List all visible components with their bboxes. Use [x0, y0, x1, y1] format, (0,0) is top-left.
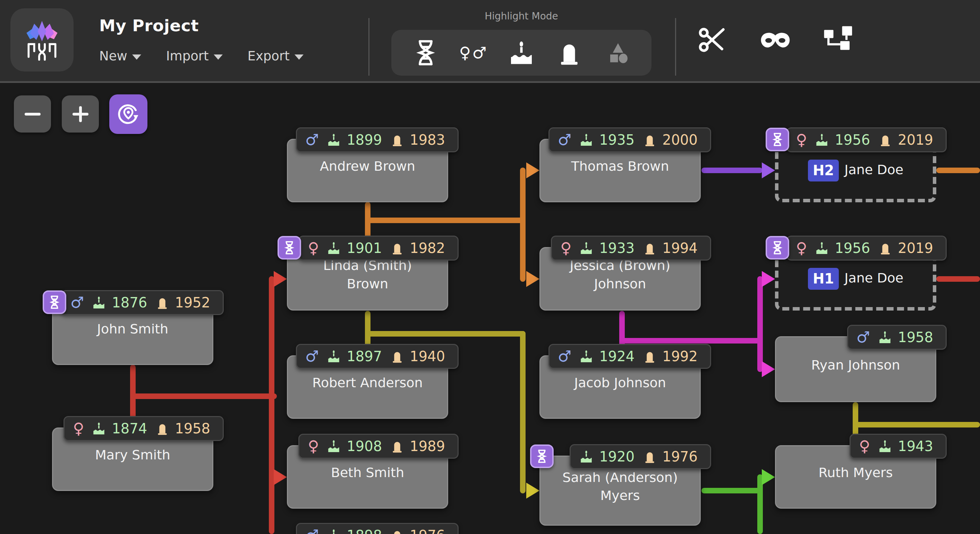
death-year: 1982 — [410, 240, 445, 256]
menu-new[interactable]: New — [99, 49, 141, 64]
birth-year: 1899 — [347, 132, 382, 148]
birthday-cake-icon — [326, 439, 341, 454]
person-dates-chip-beth: ♀19081989 — [298, 434, 458, 459]
cut-tool-button[interactable] — [697, 24, 729, 56]
menu-import[interactable]: Import — [166, 49, 223, 64]
project-title: My Project — [99, 16, 199, 35]
tombstone-icon — [643, 450, 657, 464]
connector-segment-thomas-janeh2 — [702, 167, 762, 173]
minus-icon — [25, 113, 41, 116]
person-name: Andrew Brown — [320, 157, 415, 175]
person-dates-chip-mary: ♀18741958 — [64, 416, 224, 441]
zoom-out-button[interactable] — [14, 96, 51, 132]
person-name: Thomas Brown — [571, 157, 669, 175]
zoom-in-button[interactable] — [62, 96, 99, 132]
death-year: 1958 — [175, 421, 210, 437]
birthday-cake-icon — [878, 439, 892, 454]
person-dates-chip-robert: ♂18971940 — [296, 344, 458, 369]
dna-icon — [770, 240, 785, 256]
person-dates-chip-jessica: ♀19331994 — [551, 236, 711, 261]
dna-icon — [770, 132, 785, 147]
death-year: 1989 — [410, 438, 445, 454]
male-icon: ♂ — [70, 295, 84, 310]
person-name: John Smith — [97, 320, 168, 338]
family-tree-canvas[interactable]: Andrew Brown♂18991983Thomas Brown♂193520… — [0, 83, 980, 534]
tombstone-icon — [390, 439, 404, 453]
dna-icon — [534, 448, 550, 464]
person-dates-chip-sarah: 19201976 — [570, 444, 711, 469]
dna-icon — [410, 37, 441, 68]
birthday-cake-icon — [92, 421, 106, 436]
female-icon: ♀ — [308, 438, 319, 454]
person-name: H2Jane Doe — [808, 159, 903, 182]
person-name: Linda (Smith) Brown — [307, 257, 428, 293]
scissors-icon — [697, 24, 729, 56]
male-icon: ♂ — [305, 349, 319, 364]
death-year: 1940 — [410, 348, 445, 364]
privacy-mask-button[interactable] — [760, 24, 791, 56]
chevron-down-icon — [132, 54, 141, 60]
tombstone-icon — [156, 296, 169, 309]
person-dates-chip-ryan: ♂1958 — [847, 325, 947, 350]
dna-badge-linda — [277, 236, 301, 260]
highlight-mode-bar: ♀♂ — [391, 30, 651, 76]
birthday-cake-icon — [326, 349, 341, 363]
tombstone-icon — [390, 528, 404, 534]
birth-year: 1943 — [898, 438, 933, 454]
highlight-shapes-button[interactable] — [598, 33, 636, 72]
birth-year: 1956 — [835, 132, 870, 148]
birth-year: 1876 — [112, 295, 147, 311]
mask-icon — [760, 27, 791, 53]
tombstone-icon — [643, 133, 657, 147]
highlight-mode-label: Highlight Mode — [391, 10, 651, 22]
highlight-birthday-button[interactable] — [502, 33, 541, 72]
connector-arrow-brown-family — [526, 163, 539, 179]
death-year: 2019 — [898, 240, 933, 256]
person-dates-chip-jane-h2: ♀19562019 — [786, 128, 947, 152]
female-icon: ♀ — [308, 241, 319, 256]
tombstone-icon — [390, 241, 404, 255]
chevron-down-icon — [214, 54, 223, 60]
male-icon: ♂ — [305, 132, 319, 147]
menu-export-label: Export — [248, 49, 290, 64]
highlight-gender-button[interactable]: ♀♂ — [455, 33, 493, 72]
birthday-cake-icon — [508, 39, 535, 67]
dna-badge-jane-h2 — [765, 128, 789, 151]
menu-export[interactable]: Export — [248, 49, 304, 64]
hypothesis-badge: H2 — [808, 159, 839, 182]
female-icon: ♀ — [859, 438, 870, 454]
birthday-cake-icon — [326, 241, 341, 255]
birthday-cake-icon — [815, 241, 829, 255]
connector-arrow-thomas-janeh2 — [762, 163, 775, 179]
male-icon: ♂ — [558, 349, 571, 364]
birth-year: 1924 — [599, 348, 635, 364]
male-icon: ♂ — [558, 132, 571, 147]
male-icon: ♂ — [856, 330, 870, 345]
person-dates-chip-andrew: ♂18991983 — [296, 128, 458, 152]
connector-segment-ryan-ruth — [853, 422, 980, 427]
tool-row — [697, 24, 853, 56]
gender-symbols-icon: ♀♂ — [459, 43, 488, 62]
person-dates-chip-ruth: ♀1943 — [850, 434, 947, 459]
person-name: Jacob Johnson — [574, 374, 666, 392]
person-dates-chip-john: ♂18761952 — [61, 290, 224, 315]
connector-arrow-brown-family — [526, 271, 539, 287]
connector-arrow-anderson-family — [526, 483, 539, 499]
female-icon: ♀ — [796, 241, 807, 256]
person-dates-chip-linda: ♀19011982 — [298, 236, 458, 261]
dna-icon — [282, 240, 297, 256]
shapes-icon — [603, 39, 631, 67]
tree-layout-button[interactable] — [822, 24, 853, 56]
header-divider — [368, 18, 369, 76]
person-dates-chip-jane-h1: ♀19562019 — [786, 236, 947, 261]
connector-segment-smith-family — [269, 276, 274, 534]
highlight-death-button[interactable] — [550, 33, 589, 72]
highlight-dna-button[interactable] — [407, 33, 445, 72]
person-name: Robert Anderson — [312, 374, 423, 392]
tombstone-icon — [643, 349, 657, 363]
recenter-button[interactable] — [109, 94, 148, 134]
connector-arrow-johnson-family — [762, 361, 775, 377]
tombstone-icon — [878, 133, 892, 147]
birthday-cake-icon — [579, 349, 593, 363]
death-year: 1976 — [410, 528, 445, 534]
